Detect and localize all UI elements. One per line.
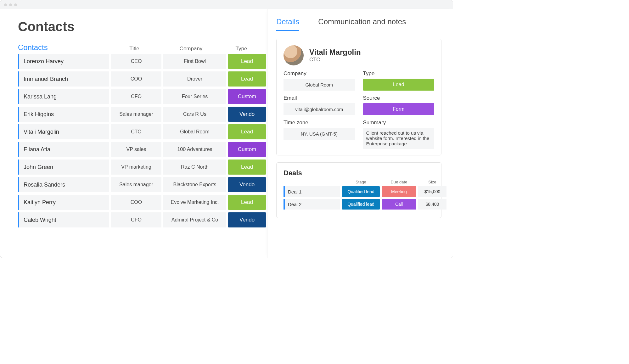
cell-name[interactable]: Vitali Margolin xyxy=(18,124,109,139)
deals-header: Stage Due date Size xyxy=(284,180,434,184)
cell-name[interactable]: John Green xyxy=(18,160,109,175)
deal-name[interactable]: Deal 1 xyxy=(284,186,340,197)
window-titlebar xyxy=(0,0,453,9)
avatar xyxy=(284,45,304,65)
deal-stage[interactable]: Qualified lead xyxy=(342,199,380,210)
label-summary: Summary xyxy=(363,120,435,126)
contact-detail-card: Vitali Margolin CTO Company Global Room … xyxy=(276,39,441,155)
deal-row[interactable]: Deal 2Qualified leadCall$8,400 xyxy=(284,199,434,210)
field-email[interactable]: vitali@globalroom.com xyxy=(284,103,355,115)
cell-title: CFO xyxy=(111,89,161,104)
table-row[interactable]: Eliana AtiaVP sales100 AdventuresCustom xyxy=(18,142,267,157)
cell-title: VP marketing xyxy=(111,160,161,175)
table-row[interactable]: Lorenzo HarveyCEOFirst BowlLead xyxy=(18,54,267,69)
cell-type[interactable]: Lead xyxy=(228,71,266,87)
cell-company: Global Room xyxy=(163,124,226,139)
label-source: Source xyxy=(363,95,435,101)
cell-type[interactable]: Custom xyxy=(228,142,266,157)
deals-title: Deals xyxy=(284,169,434,177)
cell-type[interactable]: Lead xyxy=(228,195,266,210)
contact-title: CTO xyxy=(309,57,361,63)
table-row[interactable]: Karissa LangCFOFour SeriesCustom xyxy=(18,89,267,104)
label-company: Company xyxy=(284,70,355,77)
field-source[interactable]: Form xyxy=(363,103,435,115)
app-window: Contacts Contacts Title Company Type Lor… xyxy=(0,0,453,258)
col-due[interactable]: Due date xyxy=(382,180,416,184)
table-row[interactable]: Immanuel BranchCOODroverLead xyxy=(18,71,267,87)
tab-details[interactable]: Details xyxy=(276,17,299,31)
cell-type[interactable]: Vendo xyxy=(228,107,266,122)
contacts-table: Contacts Title Company Type Lorenzo Harv… xyxy=(18,43,267,227)
cell-type[interactable]: Vendo xyxy=(228,212,266,227)
table-row[interactable]: Kaitlyn PerryCOOEvolve Marketing Inc.Lea… xyxy=(18,195,267,210)
cell-type[interactable]: Custom xyxy=(228,89,266,104)
cell-name[interactable]: Immanuel Branch xyxy=(18,71,109,87)
deal-name[interactable]: Deal 2 xyxy=(284,199,340,210)
col-stage[interactable]: Stage xyxy=(342,180,380,184)
label-email: Email xyxy=(284,95,355,101)
table-row[interactable]: Erik HigginsSales managerCars R UsVendo xyxy=(18,107,267,122)
cell-company: Admiral Project & Co xyxy=(163,212,226,227)
page-title: Contacts xyxy=(18,19,267,34)
window-dot xyxy=(4,3,7,6)
deal-row[interactable]: Deal 1Qualified leadMeeting$15,000 xyxy=(284,186,434,197)
deals-card: Deals Stage Due date Size Deal 1Qualifie… xyxy=(276,162,441,218)
cell-title: Sales manager xyxy=(111,177,161,192)
contacts-pane: Contacts Contacts Title Company Type Lor… xyxy=(0,9,267,258)
col-size[interactable]: Size xyxy=(418,180,446,184)
field-type[interactable]: Lead xyxy=(363,79,435,91)
cell-company: Evolve Marketing Inc. xyxy=(163,195,226,210)
detail-pane: Details Communication and notes Vitali M… xyxy=(267,9,453,258)
tab-communication[interactable]: Communication and notes xyxy=(318,17,406,31)
cell-company: Drover xyxy=(163,71,226,87)
cell-title: COO xyxy=(111,195,161,210)
cell-title: CTO xyxy=(111,124,161,139)
cell-title: CEO xyxy=(111,54,161,69)
cell-company: First Bowl xyxy=(163,54,226,69)
deal-stage[interactable]: Qualified lead xyxy=(342,186,380,197)
window-dot xyxy=(9,3,12,6)
deal-size: $15,000 xyxy=(418,186,446,197)
contact-name: Vitali Margolin xyxy=(309,48,361,57)
label-type: Type xyxy=(363,70,435,77)
detail-tabs: Details Communication and notes xyxy=(276,17,441,31)
cell-type[interactable]: Lead xyxy=(228,54,266,69)
cell-type[interactable]: Vendo xyxy=(228,177,266,192)
cell-company: Raz C North xyxy=(163,160,226,175)
cell-title: COO xyxy=(111,71,161,87)
label-timezone: Time zone xyxy=(284,120,355,126)
cell-type[interactable]: Lead xyxy=(228,124,266,139)
contacts-table-header: Contacts Title Company Type xyxy=(18,43,267,54)
cell-type[interactable]: Lead xyxy=(228,160,266,175)
field-company[interactable]: Global Room xyxy=(284,79,355,91)
cell-name[interactable]: Karissa Lang xyxy=(18,89,109,104)
deal-due[interactable]: Call xyxy=(382,199,416,210)
table-row[interactable]: Vitali MargolinCTOGlobal RoomLead xyxy=(18,124,267,139)
field-summary[interactable]: Client reached out to us via website for… xyxy=(363,128,435,149)
table-row[interactable]: John GreenVP marketingRaz C NorthLead xyxy=(18,160,267,175)
window-dot xyxy=(14,3,17,6)
cell-name[interactable]: Eliana Atia xyxy=(18,142,109,157)
cell-name[interactable]: Kaitlyn Perry xyxy=(18,195,109,210)
cell-company: Cars R Us xyxy=(163,107,226,122)
cell-title: Sales manager xyxy=(111,107,161,122)
cell-name[interactable]: Caleb Wright xyxy=(18,212,109,227)
deal-due[interactable]: Meeting xyxy=(382,186,416,197)
cell-company: 100 Adventures xyxy=(163,142,226,157)
table-row[interactable]: Rosalia SandersSales managerBlackstone E… xyxy=(18,177,267,192)
cell-name[interactable]: Erik Higgins xyxy=(18,107,109,122)
col-company[interactable]: Company xyxy=(160,46,222,52)
col-title[interactable]: Title xyxy=(109,46,160,52)
field-timezone[interactable]: NY, USA (GMT-5) xyxy=(284,128,355,140)
col-type[interactable]: Type xyxy=(222,46,260,52)
col-contacts[interactable]: Contacts xyxy=(18,43,109,52)
cell-title: CFO xyxy=(111,212,161,227)
cell-name[interactable]: Lorenzo Harvey xyxy=(18,54,109,69)
cell-title: VP sales xyxy=(111,142,161,157)
cell-company: Blackstone Exports xyxy=(163,177,226,192)
deal-size: $8,400 xyxy=(418,199,446,210)
cell-name[interactable]: Rosalia Sanders xyxy=(18,177,109,192)
cell-company: Four Series xyxy=(163,89,226,104)
table-row[interactable]: Caleb WrightCFOAdmiral Project & CoVendo xyxy=(18,212,267,227)
